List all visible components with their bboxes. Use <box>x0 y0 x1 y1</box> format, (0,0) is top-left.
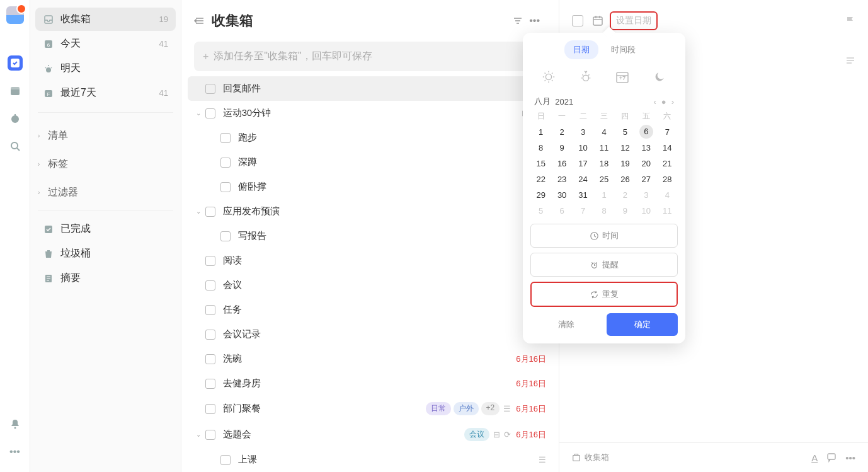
calendar-day[interactable]: 9 <box>551 140 572 156</box>
calendar-day[interactable]: 6 <box>639 125 653 139</box>
chevron-down-icon[interactable]: ⌄ <box>194 208 203 215</box>
calendar-day[interactable]: 18 <box>593 156 614 171</box>
sidebar-item-calday[interactable]: 6今天41 <box>35 32 176 55</box>
calendar-day[interactable]: 25 <box>593 171 614 187</box>
calendar-day[interactable]: 13 <box>636 140 656 156</box>
add-task-input[interactable]: + 添加任务至"收集箱"，回车即可保存 <box>194 42 546 71</box>
chevron-down-icon[interactable]: ⌄ <box>194 110 203 117</box>
task-checkbox[interactable] <box>205 84 215 94</box>
calendar-day[interactable]: 15 <box>530 156 551 171</box>
task-row[interactable]: 部门聚餐日常户外+2☰6月16日 <box>188 396 552 422</box>
calendar-day[interactable]: 2 <box>615 187 636 203</box>
task-checkbox[interactable] <box>205 207 215 217</box>
calendar-day[interactable]: 21 <box>657 156 678 171</box>
task-checkbox[interactable] <box>220 182 231 192</box>
quick-today-icon[interactable] <box>535 66 562 88</box>
tab-date[interactable]: 日期 <box>564 40 598 59</box>
calendar-day[interactable]: 8 <box>593 203 614 219</box>
task-row[interactable]: 回复邮件 <box>188 76 552 101</box>
year-label[interactable]: 2021 <box>555 97 573 106</box>
sidebar-item-summary[interactable]: 摘要 <box>35 267 176 290</box>
task-row[interactable]: 深蹲 <box>188 150 552 175</box>
calendar-day[interactable]: 2 <box>551 124 572 140</box>
sidebar-item-inbox[interactable]: 收集箱19 <box>35 8 176 31</box>
task-checkbox[interactable] <box>205 330 215 340</box>
calendar-day[interactable]: 16 <box>551 156 572 171</box>
sidebar-group[interactable]: ›清单 <box>35 124 176 147</box>
calendar-day[interactable]: 5 <box>615 124 636 140</box>
tag[interactable]: +2 <box>481 402 500 415</box>
sidebar-item-trash[interactable]: 垃圾桶 <box>35 242 176 265</box>
calendar-day[interactable]: 28 <box>657 171 678 187</box>
repeat-button[interactable]: 重复 <box>530 282 678 307</box>
detail-checkbox[interactable] <box>572 15 583 26</box>
calendar-day[interactable]: 19 <box>615 156 636 171</box>
more-icon[interactable]: ••• <box>529 15 540 26</box>
task-row[interactable]: 阅读 <box>188 248 552 273</box>
task-checkbox[interactable] <box>205 256 215 266</box>
more-icon[interactable]: ••• <box>8 444 23 459</box>
calendar-day[interactable]: 30 <box>551 187 572 203</box>
calendar-day[interactable]: 26 <box>615 171 636 187</box>
prev-month-icon[interactable]: ‹ <box>653 97 656 106</box>
tab-range[interactable]: 时间段 <box>602 40 644 59</box>
calendar-day[interactable]: 7 <box>573 203 593 219</box>
calendar-day[interactable]: 14 <box>657 140 678 156</box>
calendar-day[interactable]: 9 <box>615 203 636 219</box>
comment-icon[interactable] <box>826 452 837 463</box>
chevron-down-icon[interactable]: ⌄ <box>194 431 203 438</box>
calendar-day[interactable]: 1 <box>530 124 551 140</box>
task-checkbox[interactable] <box>205 108 215 118</box>
more-icon[interactable]: ••• <box>845 452 855 463</box>
calendar-day[interactable]: 10 <box>636 203 656 219</box>
calendar-day[interactable]: 7 <box>657 124 678 140</box>
calendar-day[interactable]: 24 <box>573 171 593 187</box>
quick-nextweek-icon[interactable]: +7 <box>608 66 636 88</box>
menu-toggle-icon[interactable] <box>194 15 205 26</box>
tasks-icon[interactable] <box>8 55 23 71</box>
calendar-day[interactable]: 20 <box>636 156 656 171</box>
task-row[interactable]: ⌄应用发布预演 <box>188 199 552 224</box>
text-style-icon[interactable]: A <box>811 452 818 463</box>
notification-icon[interactable] <box>8 417 23 432</box>
tag[interactable]: 户外 <box>454 402 479 415</box>
project-selector[interactable]: 收集箱 <box>572 452 802 463</box>
task-row[interactable]: ⌄运动30分钟⊟6月 <box>188 101 552 125</box>
calendar-day[interactable]: 31 <box>573 187 593 203</box>
task-row[interactable]: 会议6月 <box>188 273 552 297</box>
task-row[interactable]: 俯卧撑6月 <box>188 175 552 199</box>
calendar-day[interactable]: 22 <box>530 171 551 187</box>
calendar-day[interactable]: 27 <box>636 171 656 187</box>
task-checkbox[interactable] <box>205 430 215 440</box>
calendar-day[interactable]: 23 <box>551 171 572 187</box>
task-checkbox[interactable] <box>205 354 215 364</box>
clear-button[interactable]: 清除 <box>530 313 602 336</box>
task-row[interactable]: 洗碗6月16日 <box>188 347 552 371</box>
outline-icon[interactable] <box>845 55 855 66</box>
task-checkbox[interactable] <box>220 455 231 465</box>
calendar-day[interactable]: 4 <box>593 124 614 140</box>
task-row[interactable]: 去健身房6月16日 <box>188 371 552 396</box>
calendar-day[interactable]: 4 <box>657 187 678 203</box>
time-button[interactable]: 时间 <box>530 224 678 248</box>
task-row[interactable]: 任务6月 <box>188 297 552 322</box>
calendar-day[interactable]: 8 <box>530 140 551 156</box>
pomo-icon[interactable] <box>8 111 23 126</box>
calendar-day[interactable]: 3 <box>636 187 656 203</box>
task-checkbox[interactable] <box>205 280 215 291</box>
task-checkbox[interactable] <box>220 158 231 168</box>
set-date-button[interactable]: 设置日期 <box>610 11 658 30</box>
calendar-icon[interactable] <box>8 83 23 98</box>
go-today-icon[interactable]: ● <box>661 97 666 106</box>
sidebar-item-tomorrow[interactable]: 明天 <box>35 57 176 80</box>
task-row[interactable]: 会议记录 <box>188 322 552 347</box>
calendar-day[interactable]: 10 <box>573 140 593 156</box>
task-checkbox[interactable] <box>205 404 215 414</box>
calendar-day[interactable]: 11 <box>593 140 614 156</box>
calendar-day[interactable]: 29 <box>530 187 551 203</box>
calendar-day[interactable]: 17 <box>573 156 593 171</box>
sidebar-item-week[interactable]: F最近7天41 <box>35 81 176 105</box>
task-checkbox[interactable] <box>220 133 231 143</box>
calendar-day[interactable]: 11 <box>657 203 678 219</box>
quick-tomorrow-icon[interactable] <box>572 66 600 88</box>
